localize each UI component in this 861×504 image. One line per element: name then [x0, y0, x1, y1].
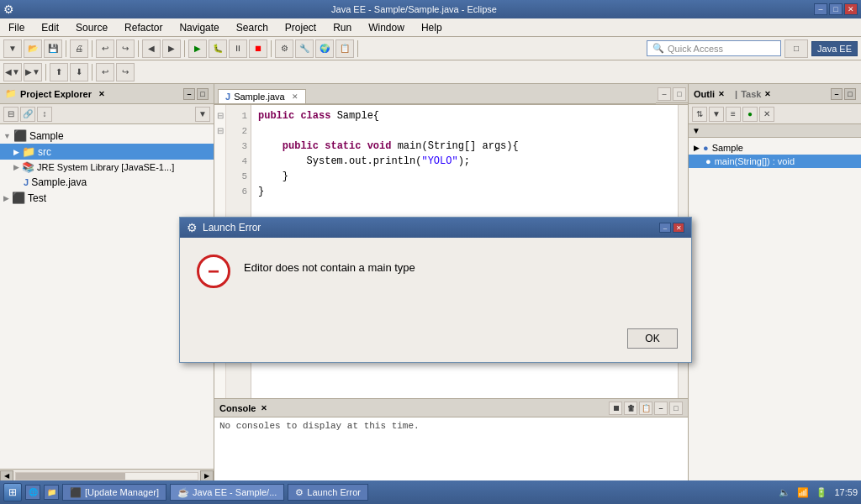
dialog-ok-button[interactable]: OK — [627, 328, 678, 349]
dialog-minimize[interactable]: – — [659, 223, 671, 233]
dialog-error-icon: − — [197, 255, 230, 288]
dialog-overlay: ⚙ Launch Error – ✕ − Editor does not con… — [0, 0, 861, 504]
dialog-buttons: OK — [180, 322, 691, 362]
dialog-close[interactable]: ✕ — [673, 223, 684, 233]
dialog-title-bar: ⚙ Launch Error – ✕ — [180, 218, 691, 238]
dialog-body: − Editor does not contain a main type — [180, 238, 691, 322]
dialog-title-icon: ⚙ — [187, 221, 198, 234]
dialog-message: Editor does not contain a main type — [244, 255, 415, 274]
launch-error-dialog: ⚙ Launch Error – ✕ − Editor does not con… — [179, 217, 692, 363]
dialog-title-text: Launch Error — [203, 222, 261, 234]
